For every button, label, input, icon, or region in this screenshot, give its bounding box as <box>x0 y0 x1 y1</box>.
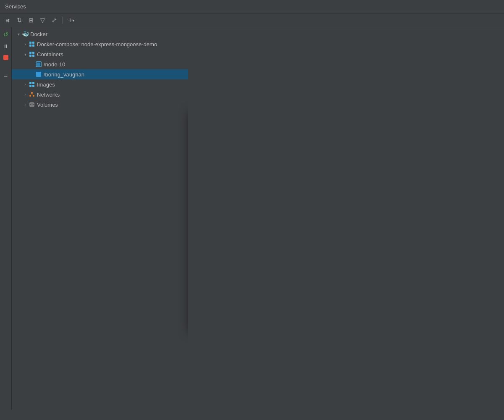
container-icon <box>35 61 42 68</box>
tree-label-boring-vaughan: /boring_vaughan <box>44 71 84 78</box>
svg-rect-13 <box>29 85 32 87</box>
expand-all-button[interactable]: ≡ ↕ <box>3 16 12 25</box>
chevron-right-icon: › <box>22 41 29 47</box>
tree-item-docker[interactable]: ▾ 🐳 Docker <box>12 29 188 39</box>
pause-icon: ⏸ <box>3 43 8 50</box>
svg-rect-9 <box>37 63 40 66</box>
svg-rect-12 <box>32 82 34 84</box>
tree-label-containers: Containers <box>37 51 63 58</box>
minus-icon: − <box>4 73 8 80</box>
tree-label-docker-compose: Docker-compose: node-express-mongoose-de… <box>37 41 157 47</box>
svg-rect-10 <box>36 72 41 77</box>
svg-rect-0 <box>29 42 32 44</box>
svg-rect-3 <box>32 45 34 47</box>
expand-lines-icon: ↕ <box>7 17 10 24</box>
tree-panel: ▾ 🐳 Docker › Docker-compose: node-expres… <box>12 27 188 410</box>
images-icon <box>29 81 35 88</box>
title: Services <box>5 3 26 10</box>
tree-label-node10: /node-10 <box>44 61 65 68</box>
stop-button[interactable] <box>2 53 10 63</box>
tree-item-boring-vaughan[interactable]: › /boring_vaughan <box>12 69 188 79</box>
tree-item-volumes[interactable]: › Volumes <box>12 100 188 110</box>
tree-item-containers[interactable]: ▾ Containers <box>12 49 188 59</box>
minimize-button[interactable]: − <box>3 72 9 81</box>
tree-label-docker: Docker <box>30 31 47 37</box>
docker-compose-icon <box>29 41 35 47</box>
tree-item-docker-compose[interactable]: › Docker-compose: node-express-mongoose-… <box>12 39 188 49</box>
tree-label-images: Images <box>37 81 55 88</box>
tree-item-images[interactable]: › Images <box>12 79 188 89</box>
add-icon: + <box>68 16 72 24</box>
group-button[interactable]: ⊞ <box>26 16 36 25</box>
svg-rect-11 <box>29 82 32 84</box>
container-running-icon <box>35 71 42 78</box>
containers-icon <box>29 51 35 58</box>
svg-rect-7 <box>32 55 34 57</box>
refresh-icon: ↺ <box>3 31 8 38</box>
networks-icon <box>29 91 35 98</box>
svg-rect-14 <box>32 85 34 87</box>
stop-icon <box>3 55 8 60</box>
collapse-all-button[interactable]: ⇅ <box>15 16 24 25</box>
chevron-right-icon: › <box>22 91 29 98</box>
pause-button[interactable]: ⏸ <box>2 42 10 51</box>
svg-rect-2 <box>29 45 32 47</box>
collapse-icon: ⇅ <box>17 17 22 24</box>
jump-icon: ⤢ <box>52 17 57 24</box>
toolbar: ≡ ↕ ⇅ ⊞ ▽ ⤢ + ▾ <box>0 13 504 27</box>
main-content: ↺ ⏸ − ▾ 🐳 Docker › <box>0 27 504 410</box>
group-icon: ⊞ <box>29 17 34 24</box>
chevron-down-icon: ▾ <box>15 31 22 37</box>
jump-button[interactable]: ⤢ <box>50 16 59 25</box>
tree-item-networks[interactable]: › Networks <box>12 89 188 100</box>
svg-rect-6 <box>29 55 32 57</box>
svg-rect-1 <box>32 42 34 44</box>
svg-line-19 <box>32 93 34 96</box>
refresh-button[interactable]: ↺ <box>2 30 10 39</box>
chevron-down-icon: ▾ <box>22 51 29 58</box>
chevron-right-icon: › <box>22 81 29 88</box>
tree-item-node10[interactable]: › /node-10 <box>12 59 188 69</box>
add-button[interactable]: + ▾ <box>66 15 76 25</box>
left-action-bar: ↺ ⏸ − <box>0 27 12 410</box>
svg-rect-5 <box>32 52 34 54</box>
filter-icon: ▽ <box>40 17 45 24</box>
svg-line-18 <box>30 93 32 96</box>
add-arrow-icon: ▾ <box>72 18 74 23</box>
filter-button[interactable]: ▽ <box>38 16 47 25</box>
volumes-icon <box>29 101 35 108</box>
toolbar-separator <box>62 16 63 24</box>
tree-label-networks: Networks <box>37 92 60 98</box>
chevron-right-icon: › <box>22 101 29 108</box>
title-bar: Services <box>0 0 504 13</box>
tree-label-volumes: Volumes <box>37 102 58 108</box>
svg-rect-4 <box>29 52 32 54</box>
docker-icon: 🐳 <box>22 31 29 37</box>
